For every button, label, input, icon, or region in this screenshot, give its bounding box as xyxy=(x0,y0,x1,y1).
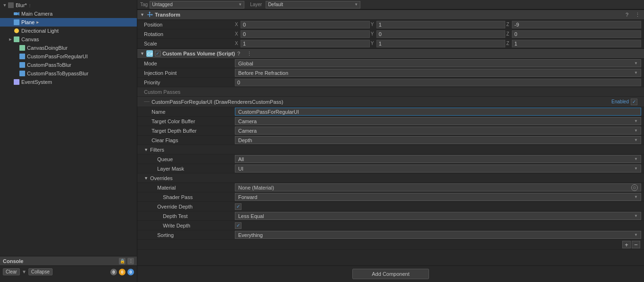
svg-rect-0 xyxy=(8,2,14,8)
rotation-y-label: Y xyxy=(371,31,376,36)
rotation-y-input[interactable] xyxy=(376,30,506,38)
queue-dropdown[interactable]: All xyxy=(235,155,641,163)
hierarchy-item-directional-light[interactable]: Directional Light xyxy=(0,27,137,35)
console-menu-icon[interactable]: ⋮ xyxy=(127,258,134,264)
custom-passes-label: Custom Passes xyxy=(144,89,180,95)
hierarchy-item-main-camera[interactable]: Main Camera xyxy=(0,9,137,18)
rotation-x-label: X xyxy=(235,31,240,36)
clear-flags-dropdown[interactable]: Depth xyxy=(235,136,641,144)
position-label: Position xyxy=(140,22,235,27)
priority-row: Priority xyxy=(137,78,644,87)
filters-section[interactable]: ▼ Filters xyxy=(137,145,644,155)
main-camera-icon xyxy=(13,10,20,17)
scale-value: X Y Z xyxy=(235,40,641,47)
shader-pass-row: Shader Pass Forward xyxy=(137,192,644,202)
position-z-item: Z xyxy=(506,21,641,28)
override-depth-label: Override Depth xyxy=(140,204,235,209)
material-target-icon[interactable]: ⊙ xyxy=(631,184,638,191)
plus-minus-row: + − xyxy=(137,240,644,250)
write-depth-label: Write Depth xyxy=(140,223,235,228)
canvas-label: Canvas xyxy=(21,36,39,42)
shader-pass-dropdown[interactable]: Forward xyxy=(235,193,641,201)
override-depth-checkbox[interactable] xyxy=(235,203,242,210)
directional-light-icon xyxy=(13,27,20,34)
console-title: Console xyxy=(3,258,23,264)
collapse-button[interactable]: Collapse xyxy=(28,268,53,275)
add-pass-button[interactable]: + xyxy=(622,241,631,248)
position-z-input[interactable] xyxy=(512,21,641,28)
hierarchy-item-canvas-doing-blur[interactable]: CanvasDoingBlur xyxy=(0,44,137,52)
tree-arrow-blur[interactable] xyxy=(2,2,8,8)
canvas-doing-blur-icon xyxy=(19,45,26,51)
svg-point-4 xyxy=(14,28,19,33)
info-badge: 0 xyxy=(127,269,134,275)
svg-rect-7 xyxy=(19,54,25,59)
rotation-z-input[interactable] xyxy=(512,30,641,38)
hierarchy-item-custom-pass-to-blur[interactable]: CustomPassToBlur xyxy=(0,61,137,69)
transform-help-icon[interactable]: ? xyxy=(623,11,631,18)
hierarchy-item-plane[interactable]: Plane ► xyxy=(0,18,137,27)
hierarchy-item-event-system[interactable]: EventSystem xyxy=(0,78,137,86)
directional-light-label: Directional Light xyxy=(21,28,59,34)
name-label: Name xyxy=(140,109,235,115)
mode-dropdown[interactable]: Global xyxy=(235,59,641,67)
scale-x-input[interactable] xyxy=(241,40,370,47)
priority-value xyxy=(235,79,641,86)
layer-mask-dropdown[interactable]: UI xyxy=(235,164,641,173)
target-depth-buffer-dropdown[interactable]: Camera xyxy=(235,127,641,135)
scale-z-input[interactable] xyxy=(512,40,641,47)
custom-pass-to-blur-label: CustomPassToBlur xyxy=(27,62,72,68)
custom-pass-volume-settings-icon[interactable]: ⋮ xyxy=(245,50,253,57)
svg-marker-2 xyxy=(18,12,19,16)
position-y-input[interactable] xyxy=(376,21,506,28)
overrides-section[interactable]: ▼ Overrides xyxy=(137,173,644,183)
svg-rect-9 xyxy=(19,71,25,76)
name-input[interactable] xyxy=(235,108,641,116)
hierarchy-item-canvas[interactable]: Canvas xyxy=(0,35,137,44)
remove-pass-button[interactable]: − xyxy=(632,241,640,248)
hierarchy-item-blur[interactable]: Blur* ⋮ xyxy=(0,1,137,9)
plane-expand-icon: ► xyxy=(36,20,40,25)
tag-dropdown[interactable]: Untagged xyxy=(150,1,244,9)
clear-button[interactable]: Clear xyxy=(3,268,20,275)
pass-title: CustomPassForRegularUI (DrawRenderersCus… xyxy=(152,99,611,105)
svg-rect-3 xyxy=(14,19,19,25)
pass-enabled-checkbox[interactable] xyxy=(631,99,637,105)
transform-section-header[interactable]: ▼ Transform ? ⋮ xyxy=(137,9,644,20)
tree-arrow-canvas[interactable] xyxy=(8,36,13,42)
rotation-x-input[interactable] xyxy=(241,30,370,38)
custom-pass-volume-checkbox[interactable] xyxy=(155,51,161,56)
custom-pass-volume-arrow-icon: ▼ xyxy=(140,51,144,56)
svg-marker-13 xyxy=(149,11,151,13)
injection-point-value: Before Pre Refraction xyxy=(235,69,641,77)
sorting-dropdown[interactable]: Everything xyxy=(235,231,641,239)
pass-line-icon xyxy=(144,101,150,102)
position-x-input[interactable] xyxy=(241,21,370,28)
svg-marker-14 xyxy=(152,14,153,16)
add-component-button[interactable]: Add Component xyxy=(352,269,429,279)
target-color-buffer-dropdown[interactable]: Camera xyxy=(235,117,641,125)
console-lock-icon[interactable]: 🔒 xyxy=(119,258,125,264)
custom-pass-volume-help-icon[interactable]: ? xyxy=(235,50,242,57)
scale-y-input[interactable] xyxy=(376,40,506,47)
plane-label: Plane xyxy=(21,19,35,25)
custom-pass-volume-header[interactable]: ▼ C# Custom Pass Volume (Script) ? ⋮ xyxy=(137,48,644,59)
right-panel: Tag Untagged Layer Default ▼ Transform ?… xyxy=(137,0,644,282)
custom-pass-volume-title: Custom Pass Volume (Script) xyxy=(162,51,235,56)
custom-pass-volume-actions: ? ⋮ xyxy=(235,50,253,57)
rotation-label: Rotation xyxy=(140,31,235,37)
clear-flags-row: Clear Flags Depth xyxy=(137,136,644,145)
layer-dropdown[interactable]: Default xyxy=(266,1,360,9)
write-depth-checkbox[interactable] xyxy=(235,222,242,229)
position-y-item: Y xyxy=(371,21,506,28)
info-count: 0 xyxy=(127,269,134,275)
depth-test-dropdown[interactable]: Less Equal xyxy=(235,212,641,220)
transform-settings-icon[interactable]: ⋮ xyxy=(634,11,641,18)
priority-input[interactable] xyxy=(235,79,641,86)
plane-icon xyxy=(13,19,20,26)
hierarchy-item-custom-pass-bypass[interactable]: CustomPassToBypassBlur xyxy=(0,69,137,78)
rotation-z-label: Z xyxy=(506,31,511,36)
injection-point-dropdown[interactable]: Before Pre Refraction xyxy=(235,69,641,77)
hierarchy-item-custom-pass-regular[interactable]: CustomPassForRegularUI xyxy=(0,52,137,61)
depth-test-label: Depth Test xyxy=(140,213,235,219)
